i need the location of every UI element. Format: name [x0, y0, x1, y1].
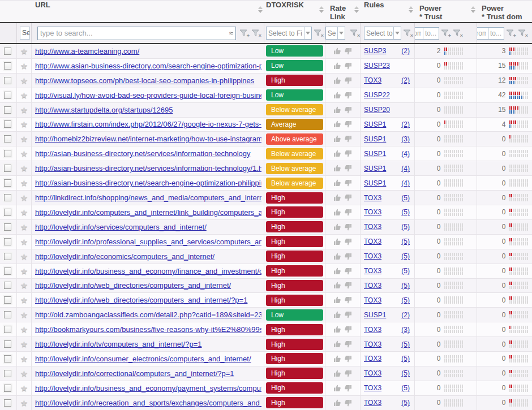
rule-link[interactable]: SUSP1	[364, 165, 386, 172]
thumbs-up-icon[interactable]	[333, 120, 341, 128]
thumbs-down-icon[interactable]	[344, 223, 352, 231]
row-checkbox[interactable]	[4, 370, 11, 377]
rule-count-link[interactable]: (2)	[401, 76, 410, 84]
url-link[interactable]: http://lovelydir.info/consumer_electroni…	[35, 355, 261, 363]
thumbs-down-icon[interactable]	[344, 282, 352, 289]
row-checkbox[interactable]	[4, 267, 11, 275]
thumbs-down-icon[interactable]	[344, 209, 352, 216]
rule-count-link[interactable]: (4)	[401, 179, 410, 187]
rule-count-link[interactable]: (5)	[401, 296, 410, 304]
filter-clear-icon[interactable]: ×	[350, 29, 360, 38]
rule-count-link[interactable]: (5)	[401, 252, 410, 260]
rule-link[interactable]: TOX3	[364, 252, 381, 260]
thumbs-down-icon[interactable]	[344, 165, 352, 172]
thumbs-down-icon[interactable]	[344, 355, 352, 362]
thumbs-up-icon[interactable]	[333, 209, 341, 216]
rule-link[interactable]: TOX3	[364, 267, 381, 275]
rule-link[interactable]: TOX3	[364, 369, 381, 377]
rule-count-link[interactable]: (4)	[401, 150, 410, 158]
rule-link[interactable]: SUSP3	[364, 47, 386, 55]
rule-count-link[interactable]: (5)	[401, 238, 410, 245]
row-checkbox[interactable]	[4, 77, 11, 84]
rule-link[interactable]: TOX3	[364, 340, 381, 348]
rule-count-link[interactable]: (5)	[401, 369, 410, 377]
thumbs-up-icon[interactable]	[333, 92, 341, 99]
thumbs-up-icon[interactable]	[333, 282, 341, 289]
rule-link[interactable]: TOX3	[364, 76, 381, 84]
row-checkbox[interactable]	[4, 120, 11, 128]
rule-link[interactable]: TOX3	[364, 296, 381, 304]
rule-link[interactable]: TOX3	[364, 194, 381, 202]
thumbs-down-icon[interactable]	[344, 48, 352, 55]
thumbs-down-icon[interactable]	[344, 267, 352, 275]
thumbs-up-icon[interactable]	[333, 135, 341, 143]
rule-count-link[interactable]: (5)	[401, 282, 410, 290]
thumbs-down-icon[interactable]	[344, 399, 352, 407]
rule-link[interactable]: SUSP1	[364, 179, 386, 187]
rule-link[interactable]: TOX3	[364, 326, 381, 334]
url-search-input[interactable]	[38, 28, 228, 39]
favorite-star-icon[interactable]: ★	[20, 340, 28, 348]
favorite-star-icon[interactable]: ★	[20, 399, 28, 407]
rules-filter-select[interactable]: Select to	[364, 27, 401, 40]
thumbs-up-icon[interactable]	[333, 267, 341, 275]
rule-link[interactable]: SUSP23	[364, 62, 390, 70]
rule-link[interactable]: SUSP1	[364, 150, 386, 158]
thumbs-up-icon[interactable]	[333, 296, 341, 304]
rule-link[interactable]: SUSP20	[364, 106, 390, 114]
row-checkbox[interactable]	[4, 355, 11, 362]
favorite-star-icon[interactable]: ★	[20, 193, 28, 202]
filter-clear-icon[interactable]: ×	[251, 29, 261, 38]
url-link[interactable]: http://www.startupdelta.org/startups/126…	[35, 106, 261, 114]
rule-link[interactable]: SUSP1	[364, 311, 386, 319]
url-link[interactable]: http://homebiz2bizreview.net/internet-ma…	[35, 135, 261, 143]
url-link[interactable]: http://lovelydir.info/tv/computers_and_i…	[35, 340, 261, 348]
favorite-star-icon[interactable]: ★	[20, 238, 28, 246]
rule-link[interactable]: TOX3	[364, 399, 381, 407]
thumbs-up-icon[interactable]	[333, 223, 341, 231]
favorite-star-icon[interactable]: ★	[20, 47, 28, 55]
thumbs-up-icon[interactable]	[333, 340, 341, 348]
header-power-trust[interactable]: Power* Trust	[415, 1, 477, 22]
thumbs-up-icon[interactable]	[333, 179, 341, 187]
url-link[interactable]: http://lovelydir.info/recreation_and_spo…	[35, 399, 261, 407]
thumbs-down-icon[interactable]	[344, 296, 352, 304]
rule-link[interactable]: TOX3	[364, 282, 381, 290]
row-checkbox[interactable]	[4, 253, 11, 260]
url-link[interactable]: http://lovelydir.info/economics/computer…	[35, 252, 261, 261]
favorite-star-icon[interactable]: ★	[20, 76, 28, 85]
url-link[interactable]: http://asian-business-directory.net/serv…	[35, 149, 261, 158]
rule-count-link[interactable]: (5)	[401, 340, 410, 348]
row-checkbox[interactable]	[4, 92, 11, 99]
row-checkbox[interactable]	[4, 340, 11, 348]
rate-filter-select[interactable]: Se	[325, 27, 345, 40]
row-checkbox[interactable]	[4, 326, 11, 333]
filter-add-icon[interactable]: +	[506, 29, 516, 38]
row-checkbox[interactable]	[4, 106, 11, 114]
favorite-star-icon[interactable]: ★	[20, 252, 28, 261]
row-checkbox[interactable]	[4, 48, 11, 55]
power-trust-to-input[interactable]	[423, 27, 439, 40]
power-trust-dom-from-input[interactable]	[477, 27, 488, 40]
thumbs-up-icon[interactable]	[333, 48, 341, 55]
url-link[interactable]: http://lovelydir.info/correctional/compu…	[35, 369, 261, 378]
url-link[interactable]: http://visual.ly/how-avoid-bad-seo-provi…	[35, 91, 261, 100]
sort-arrows-icon[interactable]	[471, 6, 475, 13]
thumbs-down-icon[interactable]	[344, 253, 352, 260]
thumbs-up-icon[interactable]	[333, 238, 341, 245]
favorite-star-icon[interactable]: ★	[20, 310, 28, 319]
header-rules[interactable]: Rules	[361, 1, 415, 22]
favorite-star-icon[interactable]: ★	[20, 179, 28, 187]
rule-count-link[interactable]: (2)	[401, 311, 410, 319]
thumbs-down-icon[interactable]	[344, 77, 352, 84]
favorite-star-icon[interactable]: ★	[20, 281, 28, 290]
sort-arrows-icon[interactable]	[354, 6, 359, 13]
thumbs-down-icon[interactable]	[344, 385, 352, 392]
rule-count-link[interactable]: (5)	[401, 208, 410, 216]
row-checkbox[interactable]	[4, 385, 11, 392]
rule-link[interactable]: TOX3	[364, 223, 381, 231]
rule-count-link[interactable]: (2)	[401, 120, 410, 128]
url-link[interactable]: http://www.asian-business-directory.com/…	[35, 62, 261, 70]
favorite-star-icon[interactable]: ★	[20, 164, 28, 172]
filter-clear-icon[interactable]: ×	[314, 29, 324, 38]
